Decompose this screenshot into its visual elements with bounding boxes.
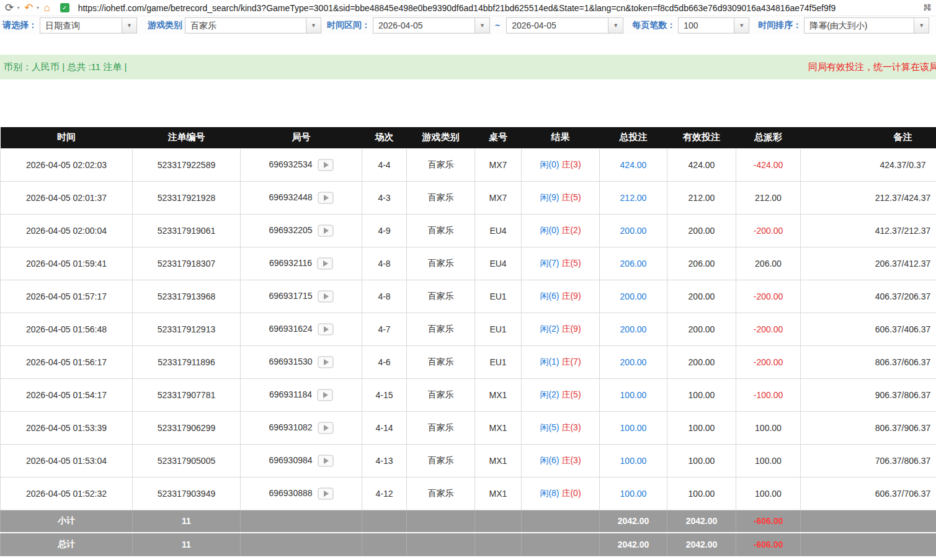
select-mode-label: 请选择：: [2, 20, 37, 31]
bet-id: 523317903949: [133, 477, 241, 510]
round-cell: 696931530: [241, 345, 362, 378]
valid-bet: 200.00: [667, 214, 736, 247]
undo-menu-caret-icon[interactable]: ▼: [35, 6, 40, 10]
chevron-down-icon[interactable]: ▼: [122, 18, 136, 33]
video-replay-button[interactable]: [318, 323, 334, 336]
table-row: 2026-04-05 01:52:32 523317903949 6969308…: [1, 477, 936, 510]
round-id: 696931082: [269, 422, 312, 432]
col-header-payout: 总派彩: [736, 127, 801, 148]
undo-icon[interactable]: ↶: [24, 2, 33, 13]
home-icon[interactable]: ⌂: [43, 2, 50, 13]
chevron-down-icon[interactable]: ▼: [608, 18, 623, 33]
address-bar[interactable]: https://iohetf.com/game/betrecord_search…: [78, 3, 920, 13]
col-header-note: 备注: [801, 127, 936, 148]
payout: -424.00: [736, 148, 801, 181]
page-size-select[interactable]: 100 ▼: [678, 17, 749, 33]
result-cell: 闲(2) 庄(5): [522, 378, 600, 411]
chevron-down-icon[interactable]: ▼: [475, 18, 489, 33]
round-id: 696932116: [269, 257, 312, 267]
valid-bet: 424.00: [667, 148, 736, 181]
video-replay-button[interactable]: [318, 422, 334, 434]
date-mode-select[interactable]: 日期查询 ▼: [40, 17, 137, 33]
table-row: 2026-04-05 02:01:37 523317921928 6969324…: [1, 181, 936, 214]
video-replay-button[interactable]: [318, 159, 334, 171]
round-id: 696930888: [269, 487, 312, 497]
video-replay-button[interactable]: [318, 192, 334, 204]
chevron-down-icon[interactable]: ▼: [734, 18, 749, 33]
banker-result: 庄(3): [561, 159, 581, 169]
total-bet-link[interactable]: 200.00: [620, 357, 647, 367]
table-row: 2026-04-05 01:56:48 523317912913 6969316…: [1, 313, 936, 345]
refresh-menu-caret-icon[interactable]: ▼: [16, 6, 20, 10]
note: 606.37/706.37: [801, 477, 936, 510]
session: 4-3: [362, 181, 407, 214]
result-cell: 闲(6) 庄(3): [522, 444, 600, 477]
date-from-select[interactable]: 2026-04-05 ▼: [373, 17, 490, 33]
bet-id: 523317906299: [133, 411, 241, 444]
date-range-separator: ~: [495, 20, 500, 30]
video-replay-button[interactable]: [318, 290, 334, 303]
date-to-select[interactable]: 2026-04-05 ▼: [506, 17, 623, 33]
browser-toolbar: ⟳▼ ↶▼ ⌂ ✓ https://iohetf.com/game/betrec…: [0, 0, 936, 16]
round-cell: 696931184: [241, 378, 362, 411]
video-replay-button[interactable]: [318, 487, 334, 500]
browser-extension-icon[interactable]: 嘂: [924, 2, 931, 13]
result-cell: 闲(6) 庄(9): [522, 280, 600, 313]
total-bet-link[interactable]: 206.00: [620, 259, 647, 269]
bet-time: 2026-04-05 02:00:04: [1, 214, 133, 247]
subtotal-payout: -606.00: [736, 510, 801, 533]
video-replay-button[interactable]: [318, 224, 334, 237]
result-cell: 闲(9) 庄(5): [522, 181, 600, 214]
chevron-down-icon[interactable]: ▼: [306, 18, 321, 33]
total-bet-link[interactable]: 424.00: [620, 160, 647, 170]
chevron-down-icon[interactable]: ▼: [914, 18, 929, 33]
video-replay-button[interactable]: [317, 257, 333, 270]
game-type: 百家乐: [407, 181, 475, 214]
video-replay-button[interactable]: [317, 389, 333, 401]
total-bet-link[interactable]: 100.00: [620, 489, 647, 499]
total-bet-link[interactable]: 200.00: [620, 226, 647, 236]
session: 4-13: [362, 444, 407, 477]
banker-result: 庄(9): [561, 324, 581, 334]
total-bet-link[interactable]: 100.00: [620, 456, 647, 466]
total-bet-link[interactable]: 100.00: [620, 423, 647, 433]
game-type: 百家乐: [407, 313, 475, 345]
total-bet-link[interactable]: 200.00: [620, 291, 647, 301]
payout: 100.00: [736, 444, 801, 477]
table-row: 2026-04-05 02:02:03 523317922589 6969325…: [1, 148, 936, 181]
total-bet-link[interactable]: 200.00: [620, 324, 647, 334]
note: 706.37/806.37: [801, 444, 936, 477]
session: 4-7: [362, 313, 407, 345]
player-result: 闲(5): [540, 422, 559, 432]
bet-id: 523317907781: [133, 378, 241, 411]
sort-select[interactable]: 降幂(由大到小) ▼: [804, 17, 929, 33]
banker-result: 庄(5): [561, 258, 581, 268]
valid-bet: 206.00: [667, 247, 736, 280]
note: 412.37/212.37: [801, 214, 936, 247]
table-header-row: 时间 注单编号 局号 场次 游戏类别 桌号 结果 总投注 有效投注 总派彩 备注: [1, 127, 936, 148]
payout: -200.00: [736, 345, 801, 378]
session: 4-12: [362, 477, 407, 510]
round-cell: 696932448: [241, 181, 362, 214]
total-bet-cell: 200.00: [600, 280, 667, 313]
refresh-icon[interactable]: ⟳: [5, 2, 14, 13]
total-bet-link[interactable]: 100.00: [620, 390, 647, 400]
note: 906.37/806.37: [801, 378, 936, 411]
round-cell: 696932205: [241, 214, 362, 247]
video-replay-button[interactable]: [318, 455, 334, 467]
banker-result: 庄(5): [561, 192, 581, 202]
round-cell: 696932534: [241, 148, 362, 181]
site-security-icon[interactable]: ✓: [60, 3, 69, 12]
round-cell: 696932116: [241, 247, 362, 280]
game-type-select[interactable]: 百家乐 ▼: [185, 17, 321, 33]
note: 406.37/206.37: [801, 280, 936, 313]
player-result: 闲(6): [540, 291, 559, 301]
note: 806.37/606.37: [801, 345, 936, 378]
session: 4-14: [362, 411, 407, 444]
round-id: 696931184: [269, 389, 312, 399]
video-replay-button[interactable]: [318, 356, 334, 368]
total-bet-link[interactable]: 212.00: [620, 193, 647, 203]
table-no: EU1: [475, 280, 522, 313]
payout: 212.00: [736, 181, 801, 214]
page-size-value: 100: [679, 18, 734, 33]
